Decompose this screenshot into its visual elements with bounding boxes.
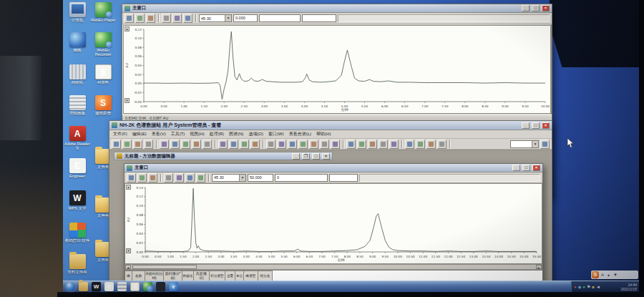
ime-button[interactable]: A [600, 273, 605, 278]
full-scale-button[interactable] [172, 14, 182, 23]
desktop-icon-network[interactable]: 网络 [64, 32, 90, 52]
contour-button[interactable] [379, 140, 388, 149]
print-preview-button[interactable] [160, 140, 169, 149]
minimize-button[interactable]: _ [522, 5, 530, 11]
table-header-cell[interactable]: 峰类型 [244, 271, 258, 281]
tray-display-settings-icon[interactable]: ■ [592, 285, 595, 289]
time-field[interactable]: 0 [275, 174, 328, 182]
tray-volume-icon[interactable]: ◄ [596, 285, 600, 289]
maximize-button[interactable]: □ [312, 153, 320, 160]
table-header-cell[interactable]: 面积(微伏*秒) [164, 271, 182, 281]
child-untitled-titlebar[interactable]: 无标题 - 方法数据编辑器 _ ❐ □ × [114, 152, 333, 160]
restore-button[interactable]: ❐ [302, 153, 310, 160]
help-button[interactable] [437, 140, 447, 149]
go-button[interactable] [540, 140, 550, 149]
table-header-cell[interactable]: 含量 [225, 271, 235, 281]
tray-action-flag-icon[interactable]: ⚑ [587, 285, 590, 289]
print-button[interactable] [146, 14, 155, 23]
options-button[interactable] [405, 140, 414, 149]
menu-item[interactable]: 窗口(W) [268, 131, 284, 137]
overlay-button[interactable] [266, 140, 275, 149]
open-data-button[interactable] [127, 173, 136, 182]
quantify-button[interactable] [331, 140, 340, 149]
menu-item[interactable]: 文件(F) [113, 131, 127, 137]
minimize-button[interactable]: _ [522, 122, 530, 129]
save-button[interactable] [133, 140, 142, 149]
open-button[interactable] [122, 140, 132, 149]
menu-item[interactable]: 图谱(N) [229, 131, 243, 137]
taskbar-item-engineer-app[interactable]: E [104, 282, 114, 291]
axis-collapse-icon[interactable]: ▾ [125, 98, 130, 103]
copy-image-button[interactable] [164, 173, 173, 182]
menu-item[interactable]: 视图(H) [190, 131, 204, 137]
menu-item[interactable]: 处理(R) [210, 131, 224, 137]
menu-item[interactable]: 查看光谱(L) [289, 131, 311, 137]
tray-security-status-icon[interactable]: ● [582, 285, 585, 289]
desktop-icon-webex-recorder[interactable]: WebEx Recorder [90, 32, 116, 57]
start-button[interactable] [66, 282, 75, 291]
desktop-icon-sogou-pinyin[interactable]: S搜狗拼音 [90, 95, 116, 115]
save-data-button[interactable] [137, 173, 147, 182]
taskbar-item-webex-app[interactable] [143, 282, 152, 291]
desktop-icon-recycle-bin[interactable]: 回收站 [64, 64, 90, 84]
calibration-button[interactable] [320, 140, 329, 149]
cut-button[interactable] [170, 140, 180, 149]
zoom-in-button[interactable] [229, 140, 238, 149]
view-select[interactable]: ▼ [510, 140, 539, 148]
taskbar-item-wps-writer[interactable]: W [92, 282, 101, 291]
minimize-button[interactable]: _ [512, 165, 520, 171]
maximize-button[interactable]: □ [522, 165, 530, 171]
scale-field[interactable]: 0.000 [233, 14, 258, 22]
sogou-icon[interactable]: S [592, 271, 599, 278]
save-data-button[interactable] [135, 14, 145, 23]
new-button[interactable] [112, 140, 121, 149]
print-button[interactable] [144, 140, 153, 149]
time-field[interactable] [259, 14, 301, 22]
menu-item[interactable]: 编辑(E) [132, 131, 147, 137]
scale-field[interactable]: 50.000 [248, 174, 273, 182]
close-button[interactable]: × [532, 165, 540, 171]
desktop-icon-ai-doc[interactable]: ≣AI资料 [90, 64, 116, 84]
tray-ime-indicator-icon[interactable]: ● [574, 285, 577, 289]
taskbar-item-control-panel-app[interactable] [117, 282, 127, 291]
axis-expand-icon[interactable]: ▴ [125, 26, 130, 31]
horizontal-scrollbar[interactable]: ◄ ► [125, 264, 542, 270]
chromatogram-top[interactable]: -0.04-0.020.000.020.040.060.080.100.120.… [124, 26, 550, 112]
desktop-icon-wps-writer[interactable]: WWPS 文字 [64, 190, 90, 210]
annotate-button[interactable] [196, 173, 205, 182]
taskbar-item-internet-explorer[interactable]: e [169, 282, 178, 291]
child-main-titlebar[interactable]: 主窗口 _ □ × [125, 164, 542, 172]
channel-select[interactable]: 45 30▼ [212, 174, 246, 182]
baseline-button[interactable] [288, 140, 297, 149]
taskbar-item-document-app[interactable]: ≣ [130, 282, 140, 291]
close-button[interactable]: × [542, 122, 550, 129]
desktop-icon-barcode-app[interactable]: 条码打印 软件 [64, 223, 90, 243]
undo-button[interactable] [203, 140, 212, 149]
menu-item[interactable]: 帮助(H) [316, 131, 331, 137]
zoom-full-button[interactable] [250, 140, 260, 149]
chromatogram-main[interactable]: 0.000.020.040.060.080.100.120.140.000.50… [125, 184, 542, 262]
chevron-down-icon[interactable]: ▼ [239, 175, 245, 181]
axis-expand-icon[interactable]: ▴ [126, 185, 131, 190]
menu-item[interactable]: 工具(T) [171, 131, 185, 137]
table-header-cell[interactable]: 名称 [132, 271, 145, 281]
paste-button[interactable] [192, 140, 201, 149]
zoom-out-button[interactable] [240, 140, 249, 149]
zoom-mode-button[interactable] [162, 14, 171, 23]
scroll-right-icon[interactable]: ► [536, 265, 542, 269]
ime-button[interactable]: ✦ [605, 273, 612, 278]
axis-collapse-icon[interactable]: ▾ [126, 248, 131, 253]
tray-clock[interactable]: 14:44 2021/1/15 [621, 283, 637, 291]
peaks-button[interactable] [309, 140, 318, 149]
integrate-button[interactable] [298, 140, 308, 149]
table-header-cell[interactable]: 外标法 [182, 271, 194, 281]
open-data-button[interactable] [125, 14, 134, 23]
scrollbar-thumb[interactable] [132, 265, 197, 269]
tray-network-status-icon[interactable]: ◆ [578, 285, 582, 289]
annotate-button[interactable] [183, 14, 192, 23]
maximize-button[interactable]: □ [532, 122, 540, 129]
desktop-icon-adobe-reader[interactable]: AAdobe Reader 9 [64, 126, 90, 151]
tile-windows-button[interactable] [416, 140, 425, 149]
minimize-button[interactable]: _ [292, 153, 300, 160]
menu-item[interactable]: 选项(O) [248, 131, 263, 137]
